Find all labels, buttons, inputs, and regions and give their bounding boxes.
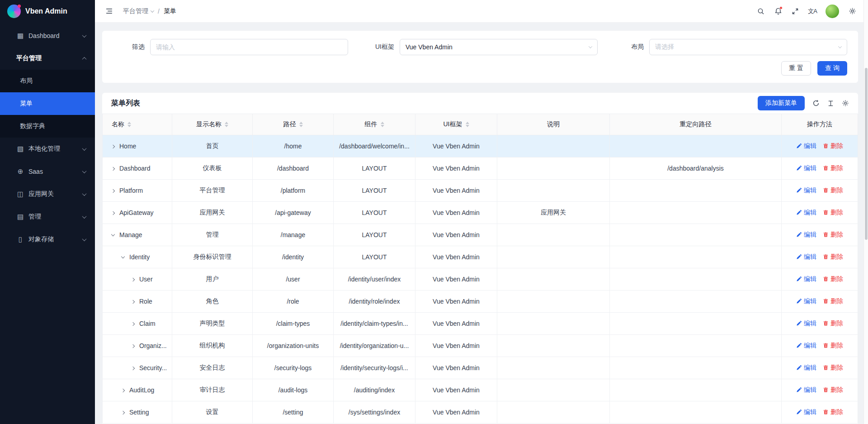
column-header-actions: 操作方法	[782, 114, 858, 135]
edit-button[interactable]: 编辑	[796, 142, 816, 150]
table-row[interactable]: AuditLog审计日志/audit-logs/auditing/indexVu…	[103, 379, 858, 401]
expand-row-icon[interactable]	[131, 344, 135, 348]
delete-button[interactable]: 删除	[823, 297, 843, 305]
row-height-icon[interactable]	[827, 100, 834, 107]
ui-framework-select[interactable]: Vue Vben Admin	[400, 39, 598, 55]
edit-button[interactable]: 编辑	[796, 364, 816, 372]
sidebar-item-object-storage[interactable]: ▯对象存储	[0, 228, 95, 251]
table-row[interactable]: ApiGateway应用网关/api-gatewayLAYOUTVue Vben…	[103, 202, 858, 224]
notification-bell-icon[interactable]	[770, 4, 786, 19]
column-header-redirect-path: 重定向路径	[610, 114, 782, 135]
column-header-ui-framework[interactable]: UI框架	[415, 114, 497, 135]
notification-badge-dot	[779, 6, 783, 10]
table-settings-icon[interactable]	[842, 100, 849, 107]
sidebar-subitem-menu[interactable]: 菜单	[0, 92, 95, 115]
cell-name: Claim	[103, 313, 172, 335]
table-row[interactable]: Platform平台管理/platformLAYOUTVue Vben Admi…	[103, 180, 858, 202]
sidebar-item-api-gateway[interactable]: ◫应用网关	[0, 183, 95, 205]
sidebar-subitem-data-dictionary[interactable]: 数据字典	[0, 115, 95, 138]
refresh-icon[interactable]	[812, 100, 820, 107]
edit-button[interactable]: 编辑	[796, 342, 816, 350]
delete-button[interactable]: 删除	[823, 142, 843, 150]
edit-button[interactable]: 编辑	[796, 164, 816, 172]
expand-row-icon[interactable]	[111, 211, 115, 215]
edit-button[interactable]: 编辑	[796, 275, 816, 283]
edit-button[interactable]: 编辑	[796, 209, 816, 217]
delete-button[interactable]: 删除	[823, 253, 843, 261]
cell-display-name: 管理	[172, 224, 253, 246]
edit-button[interactable]: 编辑	[796, 186, 816, 195]
delete-button[interactable]: 删除	[823, 408, 843, 416]
edit-button[interactable]: 编辑	[796, 319, 816, 328]
app-logo[interactable]: Vben Admin	[0, 0, 95, 23]
expand-row-icon[interactable]	[111, 145, 115, 148]
filter-input[interactable]	[150, 39, 348, 55]
sidebar-item-management[interactable]: ▤管理	[0, 205, 95, 228]
settings-gear-icon[interactable]	[844, 4, 860, 19]
cell-name: Role	[103, 291, 172, 313]
delete-button[interactable]: 删除	[823, 319, 843, 328]
delete-button[interactable]: 删除	[823, 186, 843, 195]
table-row[interactable]: Role角色/role/identity/role/indexVue Vben …	[103, 291, 858, 313]
expand-row-icon[interactable]	[131, 300, 135, 304]
row-name: Manage	[119, 231, 142, 238]
edit-button[interactable]: 编辑	[796, 386, 816, 394]
edit-button[interactable]: 编辑	[796, 408, 816, 416]
search-icon[interactable]	[753, 4, 769, 19]
sidebar-subitem-layout[interactable]: 布局	[0, 70, 95, 92]
sidebar-item-saas[interactable]: ⊕Saas	[0, 160, 95, 183]
sidebar-item-dashboard[interactable]: ▦Dashboard	[0, 24, 95, 47]
query-button[interactable]: 查 询	[817, 61, 847, 76]
expand-row-icon[interactable]	[121, 389, 125, 392]
column-header-display-name[interactable]: 显示名称	[172, 114, 253, 135]
breadcrumb-item-platform[interactable]: 平台管理	[123, 7, 154, 15]
page-scrollbar[interactable]	[863, 0, 868, 424]
scrollbar-thumb[interactable]	[865, 68, 868, 240]
expand-row-icon[interactable]	[131, 322, 135, 326]
expand-row-icon[interactable]	[131, 278, 135, 281]
sidebar-subitem-label: 菜单	[20, 100, 33, 108]
cell-path: /security-logs	[253, 357, 334, 379]
translate-icon[interactable]: 文A	[805, 4, 820, 19]
collapse-row-icon[interactable]	[111, 233, 115, 236]
table-row[interactable]: Claim声明类型/claim-types/identity/claim-typ…	[103, 313, 858, 335]
cell-description	[497, 291, 610, 313]
edit-button[interactable]: 编辑	[796, 253, 816, 261]
expand-row-icon[interactable]	[131, 367, 135, 370]
edit-button[interactable]: 编辑	[796, 231, 816, 239]
cell-display-name: 平台管理	[172, 180, 253, 202]
table-row[interactable]: Dashboard仪表板/dashboardLAYOUTVue Vben Adm…	[103, 157, 858, 180]
expand-row-icon[interactable]	[111, 167, 115, 171]
table-row[interactable]: Organiz...组织机构/organization-units/identi…	[103, 335, 858, 357]
delete-button[interactable]: 删除	[823, 364, 843, 372]
row-name: User	[139, 276, 153, 283]
column-header-path[interactable]: 路径	[253, 114, 334, 135]
table-row[interactable]: Manage管理/manageLAYOUTVue Vben Admin编辑删除	[103, 224, 858, 246]
delete-button[interactable]: 删除	[823, 275, 843, 283]
add-menu-button[interactable]: 添加新菜单	[758, 96, 805, 110]
table-row[interactable]: User用户/user/identity/user/indexVue Vben …	[103, 268, 858, 291]
delete-button[interactable]: 删除	[823, 164, 843, 172]
table-row[interactable]: Security...安全日志/security-logs/identity/s…	[103, 357, 858, 379]
edit-button[interactable]: 编辑	[796, 297, 816, 305]
delete-button[interactable]: 删除	[823, 209, 843, 217]
layout-select[interactable]: 请选择	[649, 39, 847, 55]
column-header-name[interactable]: 名称	[103, 114, 172, 135]
table-row[interactable]: Setting设置/setting/sys/settings/indexVue …	[103, 401, 858, 424]
cell-display-name: 首页	[172, 135, 253, 157]
avatar[interactable]	[826, 5, 839, 18]
delete-button[interactable]: 删除	[823, 231, 843, 239]
delete-button[interactable]: 删除	[823, 342, 843, 350]
table-row[interactable]: Home首页/home/dashboard/welcome/in...Vue V…	[103, 135, 858, 157]
table-row[interactable]: Identity身份标识管理/identityLAYOUTVue Vben Ad…	[103, 246, 858, 268]
sidebar-item-platform-management[interactable]: 平台管理	[0, 47, 95, 70]
menu-fold-icon[interactable]	[101, 4, 117, 19]
expand-row-icon[interactable]	[121, 411, 125, 414]
column-header-component[interactable]: 组件	[334, 114, 415, 135]
sidebar-item-localization[interactable]: ▧本地化管理	[0, 138, 95, 160]
reset-button[interactable]: 重 置	[781, 61, 811, 76]
expand-row-icon[interactable]	[111, 189, 115, 193]
collapse-row-icon[interactable]	[121, 255, 125, 258]
delete-button[interactable]: 删除	[823, 386, 843, 394]
fullscreen-icon[interactable]	[788, 4, 803, 19]
